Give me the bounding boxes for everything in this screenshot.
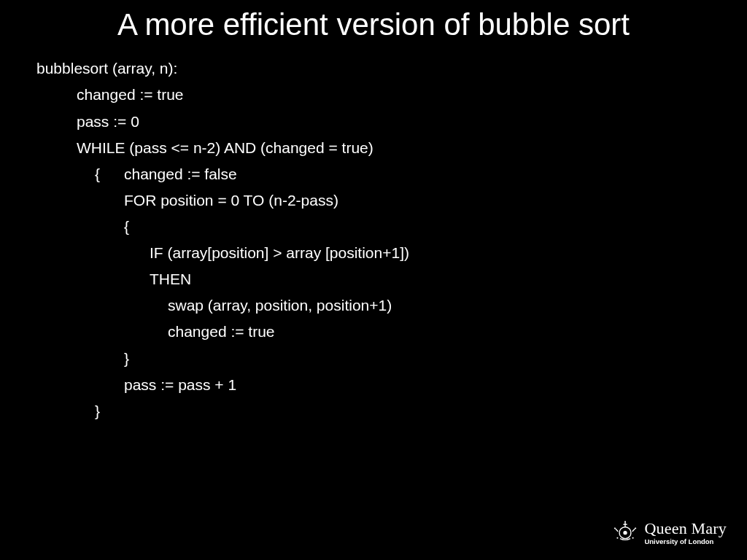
code-line: FOR position = 0 TO (n-2-pass) — [36, 187, 711, 214]
slide-container: A more efficient version of bubble sort … — [0, 0, 747, 424]
code-line: swap (array, position, position+1) — [36, 292, 711, 319]
crown-icon — [612, 520, 638, 545]
code-line: { — [36, 214, 711, 240]
code-line: pass := 0 — [36, 109, 711, 135]
code-line: THEN — [36, 266, 711, 292]
code-line: IF (array[position] > array [position+1]… — [36, 240, 711, 266]
code-line: pass := pass + 1 — [36, 372, 711, 398]
svg-point-5 — [614, 528, 616, 529]
code-line: changed := true — [36, 319, 711, 345]
brace-open: { — [95, 161, 124, 187]
code-line: } — [36, 398, 711, 424]
logo-text: Queen Mary University of London — [644, 520, 727, 545]
code-line: } — [36, 346, 711, 372]
svg-point-8 — [632, 537, 634, 539]
code-line: WHILE (pass <= n-2) AND (changed = true) — [36, 135, 711, 161]
logo-main-text: Queen Mary — [644, 520, 727, 537]
slide-title: A more efficient version of bubble sort — [36, 7, 711, 42]
code-line: bubblesort (array, n): — [36, 55, 711, 82]
code-text: changed := false — [124, 166, 237, 182]
pseudocode-block: bubblesort (array, n): changed := true p… — [36, 55, 711, 424]
svg-point-7 — [617, 537, 619, 539]
svg-point-4 — [624, 521, 626, 523]
logo-sub-text: University of London — [644, 538, 727, 545]
code-line: {changed := false — [36, 161, 711, 187]
institution-logo: Queen Mary University of London — [612, 520, 727, 545]
svg-point-1 — [624, 531, 627, 534]
svg-point-6 — [635, 528, 636, 529]
code-line: changed := true — [36, 82, 711, 108]
